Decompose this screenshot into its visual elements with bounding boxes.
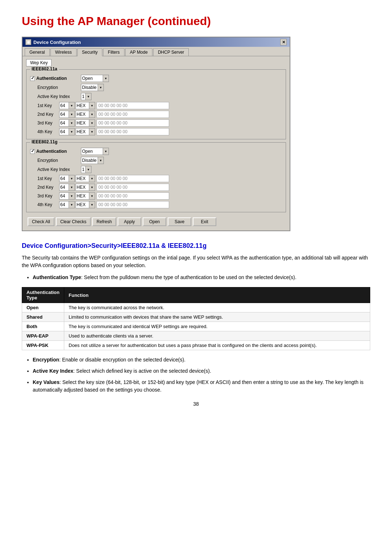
- sub-tab-wep-key[interactable]: Wep Key: [26, 59, 52, 66]
- tab-general[interactable]: General: [25, 48, 50, 56]
- ieee80211g-auth-select-arrow[interactable]: ▼: [103, 148, 109, 155]
- clear-checks-button[interactable]: Clear Checks: [56, 217, 91, 226]
- ieee80211a-key3-size-wrapper: 64128152 ▼: [59, 119, 75, 127]
- ieee80211a-key1-type-arrow[interactable]: ▼: [89, 102, 95, 109]
- ieee80211a-auth-select[interactable]: Open Shared Both WPA-EAP WPA-PSK: [81, 76, 103, 81]
- ieee80211a-auth-text: Authentication: [36, 76, 67, 81]
- tab-ap-mode[interactable]: AP Mode: [125, 48, 152, 56]
- ieee80211a-label: IEEE802.11a: [30, 66, 59, 71]
- auth-type-wpa-psk: WPA-PSK: [22, 341, 64, 350]
- ieee80211a-key4-type-arrow[interactable]: ▼: [89, 128, 95, 135]
- ieee80211g-key4-input[interactable]: [97, 201, 169, 208]
- tab-dhcp-server[interactable]: DHCP Server: [153, 48, 189, 56]
- device-config-window: 🖥 Device Configuration ✕ General Wireles…: [22, 37, 290, 231]
- ieee80211g-key4-label: 4th Key: [30, 202, 59, 207]
- ieee80211g-key3-row: 3rd Key 64128152 ▼ HEXASCII ▼: [30, 192, 282, 200]
- ieee80211a-enc-select-wrapper: Disable Enable ▼: [81, 84, 104, 91]
- auth-function-both: The key is communicated and identical WE…: [64, 322, 370, 331]
- tab-filters[interactable]: Filters: [103, 48, 124, 56]
- ieee80211a-key2-size-select[interactable]: 64128152: [60, 112, 69, 117]
- ieee80211a-key4-type-select[interactable]: HEXASCII: [76, 129, 89, 134]
- ieee80211a-key2-type-arrow[interactable]: ▼: [89, 111, 95, 118]
- ieee80211a-key1-size-arrow[interactable]: ▼: [69, 102, 74, 109]
- bullet-auth-type-bold: Authentication Type: [33, 274, 81, 280]
- ieee80211a-auth-select-arrow[interactable]: ▼: [103, 75, 109, 82]
- ieee80211a-key3-label: 3rd Key: [30, 120, 59, 126]
- ieee80211g-section: IEEE802.11g Authentication Open Shared B…: [26, 142, 286, 212]
- ieee80211a-key2-size-arrow[interactable]: ▼: [69, 111, 74, 118]
- bullet-encryption-bold: Encryption: [33, 357, 59, 363]
- ieee80211a-enc-select[interactable]: Disable Enable: [81, 85, 98, 90]
- window-close-button[interactable]: ✕: [280, 39, 287, 45]
- check-all-button[interactable]: Check All: [28, 217, 54, 226]
- auth-type-open: Open: [22, 303, 64, 312]
- ieee80211g-key1-size-select[interactable]: 64128152: [60, 176, 69, 181]
- ieee80211a-aki-arrow[interactable]: ▼: [85, 93, 91, 100]
- ieee80211g-auth-select[interactable]: Open Shared Both WPA-EAP WPA-PSK: [81, 149, 103, 154]
- tab-security[interactable]: Security: [77, 48, 102, 56]
- ieee80211a-auth-label: Authentication: [30, 76, 81, 81]
- ieee80211g-key2-type-arrow[interactable]: ▼: [89, 184, 95, 191]
- sub-tab-bar: Wep Key: [26, 59, 286, 66]
- ieee80211g-key3-size-select[interactable]: 64128152: [60, 193, 69, 199]
- ieee80211g-key4-size-wrapper: 64128152 ▼: [59, 201, 75, 208]
- ieee80211g-key1-input[interactable]: [97, 175, 169, 182]
- ieee80211g-key1-type-arrow[interactable]: ▼: [89, 175, 95, 182]
- open-button[interactable]: Open: [143, 217, 166, 226]
- ieee80211g-key4-size-select[interactable]: 64128152: [60, 202, 69, 207]
- ieee80211a-key4-row: 4th Key 64128152 ▼ HEXASCII ▼: [30, 128, 282, 135]
- ieee80211a-aki-select[interactable]: 1234: [81, 94, 85, 99]
- ieee80211a-key1-type-select[interactable]: HEXASCII: [76, 103, 89, 108]
- save-button[interactable]: Save: [168, 217, 191, 226]
- exit-button[interactable]: Exit: [193, 217, 216, 226]
- ieee80211g-key2-input[interactable]: [97, 184, 169, 191]
- tab-bar: General Wireless Security Filters AP Mod…: [23, 47, 290, 56]
- ieee80211g-key2-size-arrow[interactable]: ▼: [69, 184, 74, 191]
- ieee80211g-key4-type-arrow[interactable]: ▼: [89, 201, 95, 208]
- ieee80211g-key3-type-arrow[interactable]: ▼: [89, 193, 95, 199]
- ieee80211g-enc-label: Encryption: [30, 158, 81, 163]
- ieee80211g-key2-size-select[interactable]: 64128152: [60, 185, 69, 190]
- ieee80211a-key1-input[interactable]: [97, 102, 169, 109]
- ieee80211a-auth-checkbox[interactable]: [30, 76, 35, 81]
- ieee80211a-key2-input[interactable]: [97, 111, 169, 118]
- ieee80211g-key4-type-select[interactable]: HEXASCII: [76, 202, 89, 207]
- ieee80211a-key2-label: 2nd Key: [30, 112, 59, 117]
- ieee80211a-key3-input[interactable]: [97, 119, 169, 127]
- bullet-encryption-text: : Enable or disable encryption on the se…: [59, 357, 185, 363]
- ieee80211g-key3-type-select[interactable]: HEXASCII: [76, 193, 89, 199]
- bottom-button-bar: Check All Clear Checks Refresh Apply Ope…: [26, 215, 286, 228]
- ieee80211a-key3-type-select[interactable]: HEXASCII: [76, 120, 89, 126]
- ieee80211a-enc-select-arrow[interactable]: ▼: [98, 84, 103, 91]
- ieee80211a-key3-size-select[interactable]: 64128152: [60, 120, 69, 126]
- ieee80211g-key2-label: 2nd Key: [30, 185, 59, 190]
- ieee80211g-key2-row: 2nd Key 64128152 ▼ HEXASCII ▼: [30, 184, 282, 191]
- apply-button[interactable]: Apply: [118, 217, 141, 226]
- ieee80211a-key2-row: 2nd Key 64128152 ▼ HEXASCII ▼: [30, 111, 282, 118]
- ieee80211g-key3-size-arrow[interactable]: ▼: [69, 193, 74, 199]
- ieee80211g-key3-type-wrapper: HEXASCII ▼: [75, 192, 95, 200]
- ieee80211g-key2-type-select[interactable]: HEXASCII: [76, 185, 89, 190]
- ieee80211a-key3-type-arrow[interactable]: ▼: [89, 120, 95, 126]
- ieee80211a-key4-input[interactable]: [97, 128, 169, 135]
- ieee80211g-key1-type-select[interactable]: HEXASCII: [76, 176, 89, 181]
- ieee80211g-enc-select[interactable]: Disable Enable: [81, 158, 98, 163]
- ieee80211g-key1-type-wrapper: HEXASCII ▼: [75, 175, 95, 182]
- ieee80211g-aki-arrow[interactable]: ▼: [85, 166, 91, 173]
- ieee80211g-key3-input[interactable]: [97, 192, 169, 200]
- page-title: Using the AP Manager (continued): [22, 15, 370, 28]
- ieee80211a-key2-type-select[interactable]: HEXASCII: [76, 112, 89, 117]
- ieee80211g-auth-select-wrapper: Open Shared Both WPA-EAP WPA-PSK ▼: [81, 148, 109, 155]
- ieee80211g-key4-size-arrow[interactable]: ▼: [69, 201, 74, 208]
- ieee80211a-key4-size-select[interactable]: 64128152: [60, 129, 69, 134]
- ieee80211g-key1-size-arrow[interactable]: ▼: [69, 175, 74, 182]
- ieee80211g-enc-select-arrow[interactable]: ▼: [98, 157, 103, 164]
- ieee80211a-key1-size-select[interactable]: 64128152: [60, 103, 69, 108]
- ieee80211a-key4-size-arrow[interactable]: ▼: [69, 128, 74, 135]
- refresh-button[interactable]: Refresh: [92, 217, 116, 226]
- bullet-key-values: Key Values: Select the key size (64-bit,…: [33, 379, 370, 394]
- ieee80211a-key3-size-arrow[interactable]: ▼: [69, 120, 74, 126]
- ieee80211g-aki-select[interactable]: 1234: [81, 167, 85, 172]
- ieee80211g-auth-checkbox[interactable]: [30, 149, 35, 154]
- tab-wireless[interactable]: Wireless: [50, 48, 77, 56]
